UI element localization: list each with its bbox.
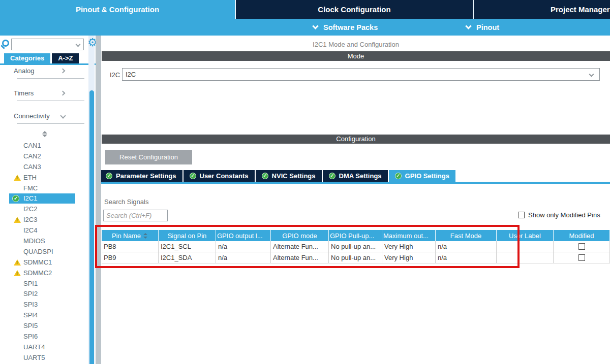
sidebar-item-uart5[interactable]: UART5	[0, 353, 88, 363]
chevron-down-icon	[312, 23, 319, 29]
sidebar-item-spi3[interactable]: SPI3	[0, 300, 88, 310]
sidebar-item-spi6[interactable]: SPI6	[0, 332, 88, 342]
i2c-mode-select[interactable]: I2C	[122, 68, 600, 81]
tab-label: Project Manager	[551, 0, 610, 19]
tab-label: DMA Settings	[339, 172, 382, 180]
sidebar-item-i2c2[interactable]: I2C2	[0, 204, 88, 215]
tab-a-to-z[interactable]: A->Z	[52, 53, 79, 63]
sidebar-item-spi1[interactable]: SPI1	[0, 279, 88, 289]
check-icon	[262, 173, 268, 179]
tab-label: Clock Configuration	[318, 5, 390, 14]
sidebar-item-eth[interactable]: ETH	[0, 173, 88, 183]
sort-arrows-icon[interactable]	[42, 131, 47, 137]
chevron-down-icon	[589, 72, 594, 77]
tab-nvic-settings[interactable]: NVIC Settings	[256, 170, 322, 182]
cell-modified	[554, 252, 610, 263]
tab-label: Pinout & Configuration	[76, 5, 159, 14]
tab-project-manager[interactable]: Project Manager	[474, 0, 610, 19]
section-label: Timers	[14, 89, 34, 97]
section-label: Connectivity	[14, 112, 50, 120]
chevron-down-icon	[60, 113, 66, 118]
tab-label: GPIO Settings	[405, 172, 449, 180]
pinout-dropdown[interactable]: Pinout	[466, 19, 499, 36]
warning-icon	[14, 259, 21, 266]
sidebar-section-timers[interactable]: Timers	[0, 89, 88, 98]
tab-pinout-and-configuration[interactable]: Pinout & Configuration	[0, 0, 235, 19]
sidebar-tabs: Categories A->Z	[4, 53, 79, 63]
section-divider	[17, 78, 84, 79]
sidebar-item-sdmmc2[interactable]: SDMMC2	[0, 268, 88, 279]
tab-user-constants[interactable]: User Constants	[184, 170, 255, 182]
tab-label: User Constants	[200, 172, 249, 180]
search-signals-label: Search Signals	[104, 198, 148, 206]
tab-parameter-settings[interactable]: Parameter Settings	[100, 170, 182, 182]
sidebar-search-combo[interactable]	[11, 39, 84, 50]
sidebar-item-quadspi[interactable]: QUADSPI	[0, 247, 88, 257]
check-icon	[106, 173, 112, 179]
tab-gpio-settings[interactable]: GPIO Settings	[389, 170, 455, 182]
sidebar-item-i2c1[interactable]: I2C1	[0, 193, 88, 204]
chevron-down-icon	[465, 23, 472, 29]
warning-icon	[14, 270, 21, 276]
sidebar-item-can1[interactable]: CAN1	[0, 141, 88, 151]
cell-modified	[554, 241, 610, 252]
sidebar-item-can3[interactable]: CAN3	[0, 162, 88, 173]
tab-clock-configuration[interactable]: Clock Configuration	[236, 0, 473, 19]
tab-dma-settings[interactable]: DMA Settings	[323, 170, 388, 182]
sidebar-scrollbar-thumb[interactable]	[89, 90, 94, 364]
check-icon	[190, 173, 196, 179]
chevron-right-icon	[60, 91, 66, 96]
pinout-label: Pinout	[476, 23, 499, 31]
check-icon	[395, 173, 402, 179]
section-label: Analog	[14, 67, 34, 75]
i2c-mode-value: I2C	[126, 71, 136, 78]
chevron-right-icon	[60, 69, 66, 74]
show-only-modified-label: Show only Modified Pins	[528, 211, 600, 219]
tab-label: Parameter Settings	[116, 172, 176, 180]
sidebar-tabs-underline	[0, 63, 96, 65]
stm32cubemx-window: Pinout & Configuration Clock Configurati…	[0, 0, 610, 364]
warning-icon	[14, 175, 21, 181]
sidebar-item-i2c4[interactable]: I2C4	[0, 225, 88, 236]
mode-section-bar: Mode	[102, 51, 610, 61]
sidebar-item-mdios[interactable]: MDIOS	[0, 236, 88, 247]
sidebar-item-sdmmc1[interactable]: SDMMC1	[0, 257, 88, 268]
search-icon	[2, 40, 9, 47]
configuration-section-bar: Configuration	[102, 135, 610, 144]
sidebar-item-uart4[interactable]: UART4	[0, 342, 88, 353]
sidebar-item-spi5[interactable]: SPI5	[0, 321, 88, 332]
sidebar-peripheral-list: CAN1 CAN2 CAN3 ETH FMC I2C1 I2C2 I2C3 I2…	[0, 141, 88, 364]
section-divider	[17, 101, 84, 101]
section-divider	[17, 123, 84, 124]
software-packs-label: Software Packs	[323, 23, 378, 31]
configuration-tabs: Parameter Settings User Constants NVIC S…	[100, 170, 455, 182]
i2c-field-label: I2C	[110, 71, 120, 79]
modified-checkbox[interactable]	[578, 254, 585, 261]
sidebar-search-input[interactable]	[12, 39, 83, 50]
modified-checkbox[interactable]	[578, 243, 585, 250]
tab-label: NVIC Settings	[272, 172, 316, 180]
sidebar-item-spi4[interactable]: SPI4	[0, 310, 88, 321]
reset-configuration-button[interactable]: Reset Configuration	[105, 150, 192, 164]
show-only-modified-checkbox[interactable]	[518, 212, 525, 218]
show-only-modified-filter: Show only Modified Pins	[518, 211, 600, 219]
search-signals-input[interactable]	[103, 210, 168, 221]
header-bar: Pinout & Configuration Clock Configurati…	[0, 0, 610, 36]
column-header-modified[interactable]: Modified	[554, 230, 610, 241]
software-packs-dropdown[interactable]: Software Packs	[313, 19, 378, 36]
sidebar-section-analog[interactable]: Analog	[0, 67, 88, 76]
sidebar-item-can2[interactable]: CAN2	[0, 151, 88, 162]
tab-categories[interactable]: Categories	[4, 53, 50, 63]
configuration-tabs-underline	[96, 182, 610, 184]
sidebar-item-i2c3[interactable]: I2C3	[0, 215, 88, 225]
sidebar-item-fmc[interactable]: FMC	[0, 183, 88, 194]
panel-title: I2C1 Mode and Configuration	[102, 41, 610, 48]
check-icon	[12, 195, 19, 202]
red-annotation-box	[95, 225, 520, 268]
check-icon	[329, 173, 336, 179]
warning-icon	[14, 217, 21, 223]
sidebar-item-spi2[interactable]: SPI2	[0, 289, 88, 300]
sidebar-section-connectivity[interactable]: Connectivity	[0, 112, 88, 121]
panel-divider	[96, 36, 101, 364]
